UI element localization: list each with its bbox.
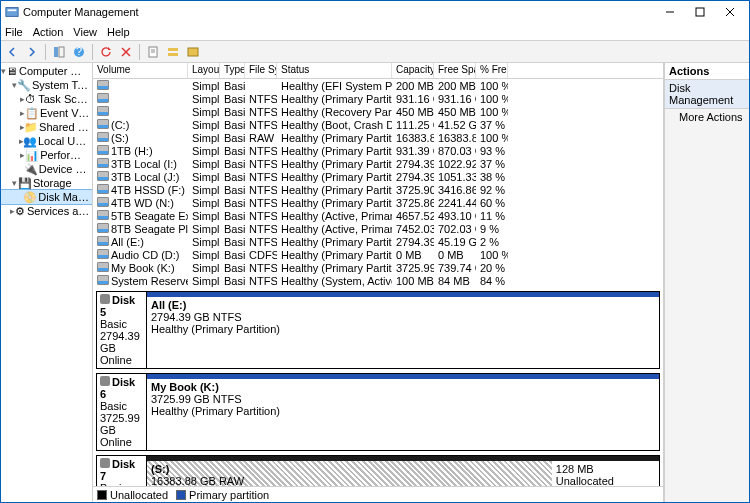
tree-shared-folders[interactable]: ▸📁Shared Folders xyxy=(1,120,92,134)
drive-icon xyxy=(97,184,109,194)
col-pfree[interactable]: % Free xyxy=(476,63,508,78)
drive-icon xyxy=(97,210,109,220)
close-button[interactable] xyxy=(715,3,745,21)
volume-row[interactable]: SimpleBasicNTFSHealthy (Primary Partitio… xyxy=(93,92,663,105)
tree-disk-management[interactable]: 📀Disk Management xyxy=(1,190,92,204)
disk-icon xyxy=(100,376,110,386)
disk-partition[interactable]: My Book (K:)3725.99 GB NTFSHealthy (Prim… xyxy=(147,374,659,450)
legend-primary-label: Primary partition xyxy=(189,489,269,501)
show-hide-tree-button[interactable] xyxy=(50,43,68,61)
volume-row[interactable]: 3TB Local (J:)SimpleBasicNTFSHealthy (Pr… xyxy=(93,170,663,183)
tree-local-users[interactable]: ▸👥Local Users and Groups xyxy=(1,134,92,148)
tree-performance[interactable]: ▸📊Performance xyxy=(1,148,92,162)
actions-section[interactable]: Disk Management xyxy=(665,80,749,109)
drive-icon xyxy=(97,145,109,155)
disk-info: Disk 5Basic2794.39 GBOnline xyxy=(97,292,147,368)
volume-row[interactable]: 5TB Seagate Expansion Drive (Q:)SimpleBa… xyxy=(93,209,663,222)
actions-pane: Actions Disk Management More Actions xyxy=(664,63,749,502)
drive-icon xyxy=(97,197,109,207)
menu-view[interactable]: View xyxy=(73,26,97,38)
col-volume[interactable]: Volume xyxy=(93,63,188,78)
refresh-button[interactable] xyxy=(97,43,115,61)
graphical-view-button[interactable] xyxy=(184,43,202,61)
menu-action[interactable]: Action xyxy=(33,26,64,38)
title-bar: Computer Management xyxy=(1,1,749,23)
col-capacity[interactable]: Capacity xyxy=(392,63,434,78)
drive-icon xyxy=(97,106,109,116)
graphical-view[interactable]: Disk 5Basic2794.39 GBOnlineAll (E:)2794.… xyxy=(93,287,663,486)
svg-rect-15 xyxy=(168,48,178,51)
computer-icon: 🖥 xyxy=(6,65,17,77)
volume-row[interactable]: (C:)SimpleBasicNTFSHealthy (Boot, Crash … xyxy=(93,118,663,131)
minimize-button[interactable] xyxy=(655,3,685,21)
svg-rect-17 xyxy=(188,48,198,56)
disk-row[interactable]: Disk 7Basic16384.00 GBOnline(S:)16383.88… xyxy=(96,455,660,486)
back-button[interactable] xyxy=(3,43,21,61)
legend-unallocated-icon xyxy=(97,490,107,500)
volume-row[interactable]: 3TB Local (I:)SimpleBasicNTFSHealthy (Pr… xyxy=(93,157,663,170)
actions-header: Actions xyxy=(665,63,749,80)
volume-row[interactable]: (S:)SimpleBasicRAWHealthy (Primary Parti… xyxy=(93,131,663,144)
disk-icon xyxy=(100,294,110,304)
tree-services[interactable]: ▸⚙Services and Applications xyxy=(1,204,92,218)
menu-help[interactable]: Help xyxy=(107,26,130,38)
col-status[interactable]: Status xyxy=(277,63,392,78)
drive-icon xyxy=(97,158,109,168)
volume-row[interactable]: My Book (K:)SimpleBasicNTFSHealthy (Prim… xyxy=(93,261,663,274)
tree-device-manager[interactable]: 🔌Device Manager xyxy=(1,162,92,176)
menu-bar: File Action View Help xyxy=(1,23,749,41)
volume-row[interactable]: System ReservedSimpleBasicNTFSHealthy (S… xyxy=(93,274,663,287)
svg-rect-6 xyxy=(54,47,58,57)
volume-row[interactable]: All (E:)SimpleBasicNTFSHealthy (Primary … xyxy=(93,235,663,248)
actions-more[interactable]: More Actions xyxy=(665,109,749,125)
main-area: ▾🖥Computer Management (Local ▾🔧System To… xyxy=(1,63,749,502)
drive-icon xyxy=(97,132,109,142)
disk-row[interactable]: Disk 5Basic2794.39 GBOnlineAll (E:)2794.… xyxy=(96,291,660,369)
disk-partition[interactable]: (S:)16383.88 GB RAWHealthy (Primary Part… xyxy=(147,456,552,486)
help-button[interactable]: ? xyxy=(70,43,88,61)
tree-storage[interactable]: ▾💾Storage xyxy=(1,176,92,190)
col-filesystem[interactable]: File System xyxy=(245,63,277,78)
volume-row[interactable]: SimpleBasicNTFSHealthy (Recovery Partiti… xyxy=(93,105,663,118)
services-icon: ⚙ xyxy=(15,205,25,217)
disk-partition[interactable]: All (E:)2794.39 GB NTFSHealthy (Primary … xyxy=(147,292,659,368)
drive-icon xyxy=(97,275,109,285)
tree-system-tools[interactable]: ▾🔧System Tools xyxy=(1,78,92,92)
tree-root[interactable]: ▾🖥Computer Management (Local xyxy=(1,64,92,78)
col-layout[interactable]: Layout xyxy=(188,63,220,78)
volume-row[interactable]: SimpleBasicHealthy (EFI System Partition… xyxy=(93,79,663,92)
tools-icon: 🔧 xyxy=(18,79,30,91)
volume-row[interactable]: 1TB (H:)SimpleBasicNTFSHealthy (Primary … xyxy=(93,144,663,157)
maximize-button[interactable] xyxy=(685,3,715,21)
disk-partition[interactable]: 128 MBUnallocated xyxy=(552,456,659,486)
menu-file[interactable]: File xyxy=(5,26,23,38)
forward-button[interactable] xyxy=(23,43,41,61)
svg-rect-0 xyxy=(6,8,18,17)
center-pane: Volume Layout Type File System Status Ca… xyxy=(93,63,664,502)
col-free[interactable]: Free Space xyxy=(434,63,476,78)
properties-button[interactable] xyxy=(144,43,162,61)
svg-rect-7 xyxy=(59,47,64,57)
volume-list-button[interactable] xyxy=(164,43,182,61)
volume-row[interactable]: 8TB Seagate Plus Drive (M:)SimpleBasicNT… xyxy=(93,222,663,235)
volume-list-header: Volume Layout Type File System Status Ca… xyxy=(93,63,663,79)
volume-list[interactable]: SimpleBasicHealthy (EFI System Partition… xyxy=(93,79,663,287)
navigation-tree[interactable]: ▾🖥Computer Management (Local ▾🔧System To… xyxy=(1,63,93,502)
drive-icon xyxy=(97,93,109,103)
drive-icon xyxy=(97,80,109,90)
volume-row[interactable]: Audio CD (D:)SimpleBasicCDFSHealthy (Pri… xyxy=(93,248,663,261)
volume-row[interactable]: 4TB WD (N:)SimpleBasicNTFSHealthy (Prima… xyxy=(93,196,663,209)
delete-button[interactable] xyxy=(117,43,135,61)
users-icon: 👥 xyxy=(24,135,36,147)
tree-event-viewer[interactable]: ▸📋Event Viewer xyxy=(1,106,92,120)
storage-icon: 💾 xyxy=(19,177,31,189)
tree-task-scheduler[interactable]: ▸⏱Task Scheduler xyxy=(1,92,92,106)
volume-row[interactable]: 4TB HSSD (F:)SimpleBasicNTFSHealthy (Pri… xyxy=(93,183,663,196)
disk-row[interactable]: Disk 6Basic3725.99 GBOnlineMy Book (K:)3… xyxy=(96,373,660,451)
svg-text:?: ? xyxy=(76,46,82,57)
col-type[interactable]: Type xyxy=(220,63,245,78)
perf-icon: 📊 xyxy=(26,149,38,161)
app-icon xyxy=(5,5,19,19)
device-icon: 🔌 xyxy=(25,163,37,175)
legend-primary-icon xyxy=(176,490,186,500)
